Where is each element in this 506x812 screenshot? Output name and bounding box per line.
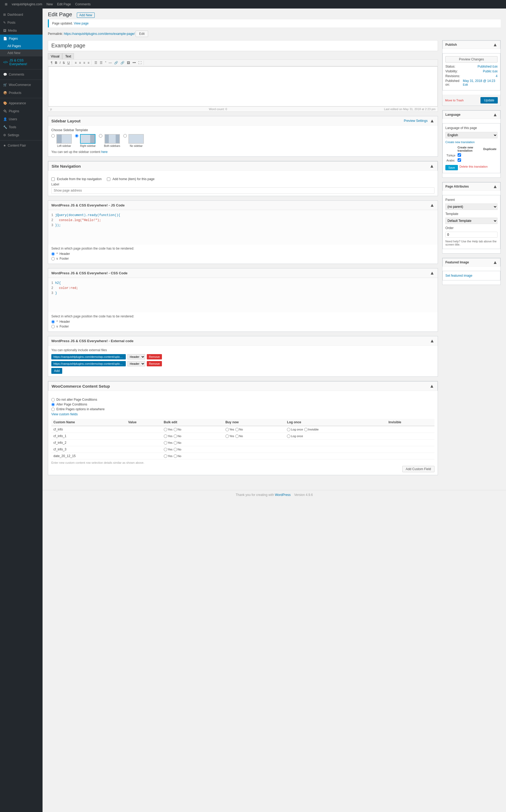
toolbar-fullscreen[interactable]: ⛶	[137, 60, 143, 65]
toolbar-align-justify[interactable]: ≡	[86, 60, 90, 65]
set-featured-image-link[interactable]: Set featured image	[445, 274, 472, 278]
sidebar-item-settings[interactable]: ⚙ Settings	[0, 131, 43, 139]
external-code-toggle[interactable]: ▲	[430, 339, 434, 343]
sidebar-item-comments[interactable]: 💬 Comments	[0, 71, 43, 78]
woo-radio-alter[interactable]	[51, 403, 55, 406]
toolbar-ul[interactable]: ☰	[93, 60, 98, 65]
bulk-yes-4[interactable]	[164, 448, 167, 451]
toolbar-paragraph[interactable]: ¶	[50, 60, 54, 65]
woo-radio-elsewhere[interactable]	[51, 408, 55, 411]
bulk-no-5[interactable]	[174, 454, 177, 458]
external-file-position-1[interactable]: Header Footer	[128, 354, 145, 359]
sidebar-note-link[interactable]: here	[101, 150, 108, 154]
layout-radio-left[interactable]	[51, 134, 55, 138]
editor-visual-area[interactable]	[48, 67, 438, 106]
sidebar-item-users[interactable]: 👤 Users	[0, 115, 43, 123]
adminbar-site[interactable]: vanquishlplugins.com	[10, 2, 45, 6]
toolbar-image[interactable]: 🖼	[126, 60, 131, 65]
add-home-checkbox[interactable]	[107, 177, 110, 181]
adminbar-edit-page[interactable]: Edit Page	[55, 2, 73, 6]
language-select[interactable]: English Türkçe Arabic	[445, 132, 498, 138]
update-button[interactable]: Update	[481, 97, 498, 103]
sidebar-item-js-css[interactable]: </> JS & CSS Everywhere!	[0, 56, 43, 68]
order-input[interactable]	[445, 232, 498, 238]
published-edit-link[interactable]: Edit	[463, 83, 468, 86]
add-custom-field-button[interactable]: Add Custom Field	[402, 466, 434, 472]
page-address-input[interactable]	[51, 187, 434, 194]
js-header-radio[interactable]	[51, 252, 55, 256]
layout-option-none[interactable]: No sidebar	[123, 134, 144, 147]
external-file-remove-2[interactable]: Remove	[147, 361, 162, 366]
sidebar-item-posts[interactable]: ✎ Posts	[0, 19, 43, 26]
log-yes-1[interactable]	[287, 428, 290, 431]
layout-radio-right[interactable]	[75, 134, 78, 138]
custom-fields-link[interactable]: View custom fields	[51, 413, 78, 416]
css-header-option[interactable]: ^ Header	[51, 320, 434, 323]
bulk-yes-2[interactable]	[164, 435, 167, 438]
external-file-url-2[interactable]: https://vanquishlplugins.com/demo/wp-con…	[51, 361, 126, 366]
toolbar-align-center[interactable]: ≡	[78, 60, 82, 65]
view-page-link[interactable]: View page	[74, 21, 89, 25]
woo-option-alter[interactable]: Alter Page Conditions	[51, 402, 434, 406]
sidebar-item-media[interactable]: 🖼 Media	[0, 26, 43, 34]
toolbar-underline[interactable]: U	[66, 60, 71, 65]
buy-yes-2[interactable]	[226, 435, 229, 438]
sidebar-item-content-flair[interactable]: ★ Content Flair	[0, 142, 43, 150]
js-footer-option[interactable]: v Footer	[51, 257, 434, 261]
toolbar-more[interactable]: •••	[132, 60, 137, 65]
translate-link[interactable]: Create new translation	[445, 141, 498, 144]
delete-translation-link[interactable]: Delete this translation	[459, 165, 488, 170]
revisions-value[interactable]: 4	[496, 74, 498, 78]
sidebar-item-products[interactable]: 📦 Products	[0, 89, 43, 97]
toolbar-unlink[interactable]: 🔗	[119, 60, 125, 65]
js-header-option[interactable]: ^ Header	[51, 252, 434, 256]
page-attributes-toggle[interactable]: ▲	[493, 184, 498, 189]
toolbar-strikethrough[interactable]: S̶	[62, 60, 66, 65]
featured-image-toggle[interactable]: ▲	[493, 260, 498, 265]
log-no-1[interactable]	[304, 428, 308, 431]
site-navigation-toggle[interactable]: ▲	[429, 164, 434, 168]
css-footer-option[interactable]: v Footer	[51, 324, 434, 328]
adminbar-wp-icon[interactable]: ⊞	[3, 2, 10, 6]
bulk-no-3[interactable]	[174, 441, 177, 445]
sidebar-item-add-new-page[interactable]: Add New	[0, 50, 43, 56]
woo-radio-none[interactable]	[51, 398, 55, 401]
buy-no-1[interactable]	[235, 428, 239, 431]
toolbar-link[interactable]: 🔗	[113, 60, 119, 65]
layout-option-right[interactable]: Right sidebar	[75, 134, 96, 147]
external-file-remove-1[interactable]: Remove	[147, 354, 162, 359]
sidebar-item-all-pages[interactable]: All Pages	[0, 43, 43, 50]
visual-tab[interactable]: Visual	[48, 53, 62, 59]
save-translation-button[interactable]: Save	[445, 165, 458, 170]
buy-no-2[interactable]	[235, 435, 239, 438]
layout-radio-none[interactable]	[123, 134, 127, 138]
sidebar-layout-toggle[interactable]: ▲	[430, 119, 434, 123]
bulk-yes-1[interactable]	[164, 428, 167, 431]
bulk-no-4[interactable]	[174, 448, 177, 451]
add-new-link[interactable]: Add New	[77, 12, 95, 18]
status-edit-link[interactable]: Edit	[492, 65, 498, 68]
woo-option-elsewhere[interactable]: Entire Pages options in elsewhere	[51, 407, 434, 411]
css-code-toggle[interactable]: ▲	[430, 271, 434, 275]
bulk-yes-5[interactable]	[164, 454, 167, 458]
translate-check-2[interactable]	[457, 158, 461, 162]
js-footer-radio[interactable]	[51, 257, 55, 261]
preview-changes-button[interactable]: Preview Changes	[445, 56, 498, 63]
bulk-no-2[interactable]	[174, 435, 177, 438]
toolbar-align-left[interactable]: ≡	[74, 60, 78, 65]
toolbar-insert[interactable]: —	[107, 60, 113, 65]
external-file-add-button[interactable]: Add	[51, 368, 62, 374]
template-select[interactable]: Default Template	[445, 218, 498, 224]
footer-wordpress-link[interactable]: WordPress	[275, 493, 290, 497]
layout-radio-both[interactable]	[99, 134, 102, 138]
text-tab[interactable]: Text	[62, 53, 74, 59]
publish-panel-toggle[interactable]: ▲	[493, 42, 498, 47]
css-footer-radio[interactable]	[51, 325, 55, 328]
bulk-yes-3[interactable]	[164, 441, 167, 445]
parent-select[interactable]: (no parent)	[445, 204, 498, 210]
adminbar-comments[interactable]: Comments	[73, 2, 93, 6]
exclude-nav-checkbox[interactable]	[51, 177, 55, 181]
edit-permalink-button[interactable]: Edit	[136, 30, 148, 37]
toolbar-ol[interactable]: ☰	[99, 60, 104, 65]
toolbar-italic[interactable]: I	[59, 60, 62, 65]
